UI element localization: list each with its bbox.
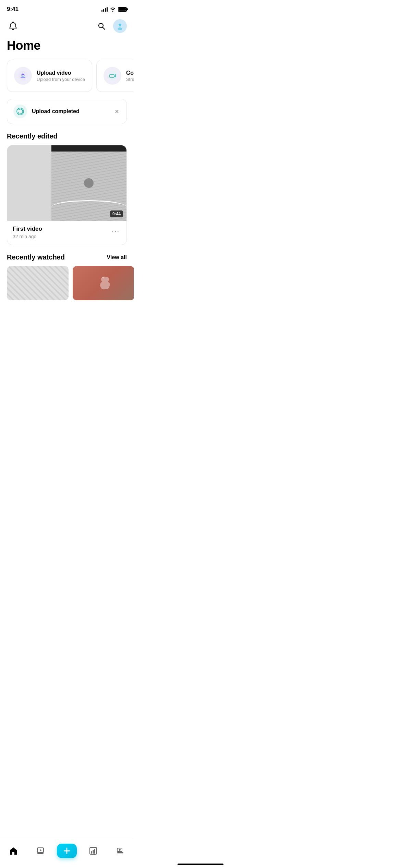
video-thumbnail: 0:44 [7,145,126,221]
upload-completed-text: Upload completed [32,108,80,114]
video-duration: 0:44 [110,210,123,217]
thumbnail-circle [84,178,94,188]
upload-completed-banner: Upload completed × [7,99,127,124]
upload-video-title: Upload video [37,70,85,76]
battery-icon [118,7,127,12]
action-cards-row: Upload video Upload from your device Go … [0,60,134,92]
go-live-icon-container [104,67,121,85]
thumbnail-right [51,145,126,221]
upload-video-icon-container [14,67,32,85]
apple-logo-icon [97,276,110,290]
upload-banner-left: Upload completed [13,105,80,118]
status-time: 9:41 [7,6,19,13]
go-live-card-text: Go live Stream a [126,70,134,82]
nav-right-actions [95,19,127,33]
svg-point-4 [118,27,122,30]
view-all-button[interactable]: View all [107,254,127,261]
top-nav [0,16,134,37]
avatar[interactable] [113,19,127,33]
video-meta: First video 32 min ago [13,226,42,239]
svg-point-6 [121,25,121,26]
svg-point-5 [119,25,119,26]
recently-watched-title: Recently watched [7,253,65,261]
video-title: First video [13,226,42,232]
svg-point-3 [119,24,121,26]
page-title: Home [0,37,134,60]
upload-video-card-text: Upload video Upload from your device [37,70,85,82]
wifi-icon [110,7,116,12]
recently-edited-title: Recently edited [7,132,58,140]
recently-edited-card[interactable]: 0:44 First video 32 min ago ··· [7,145,127,245]
watched-video-2[interactable] [73,266,134,300]
recently-watched-row [0,266,134,300]
upload-video-subtitle: Upload from your device [37,77,85,82]
upload-icon [18,71,28,81]
thumbnail-top-bar [51,145,126,152]
go-live-title: Go live [126,70,134,76]
notification-bell-button[interactable] [7,20,19,32]
video-more-button[interactable]: ··· [110,226,121,236]
close-banner-button[interactable]: × [113,107,120,116]
watched-video-1[interactable] [7,266,69,300]
svg-line-1 [103,27,105,30]
go-live-subtitle: Stream a [126,77,134,82]
recently-edited-header: Recently edited [0,124,134,145]
camera-icon [108,71,117,81]
video-upload-time: 32 min ago [13,234,42,239]
go-live-card[interactable]: Go live Stream a [96,60,134,92]
upload-video-card[interactable]: Upload video Upload from your device [7,60,92,92]
video-info: First video 32 min ago ··· [7,221,126,245]
recently-watched-header: Recently watched View all [0,245,134,266]
status-icons [101,7,127,12]
status-bar: 9:41 [0,0,134,16]
thumbnail-left [7,145,51,221]
search-button[interactable] [95,20,108,32]
signal-icon [101,7,108,12]
upload-complete-icon [13,105,27,118]
